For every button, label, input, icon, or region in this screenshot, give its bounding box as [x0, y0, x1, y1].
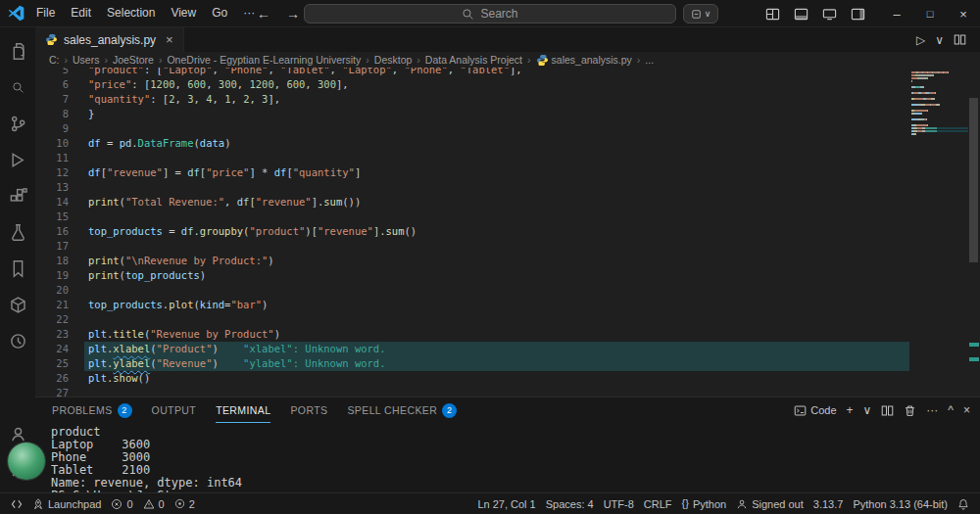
panel-tab-ports[interactable]: PORTS: [290, 397, 327, 423]
breadcrumb-item-desktop[interactable]: Desktop: [374, 54, 413, 66]
code-line-17[interactable]: 17: [35, 239, 909, 254]
menu-go[interactable]: Go: [204, 0, 235, 26]
window-controls: –□×: [880, 0, 980, 27]
breadcrumb-item-c[interactable]: C:: [49, 54, 60, 66]
menu-view[interactable]: View: [163, 0, 204, 26]
line-number: 15: [35, 210, 69, 224]
code-line-20[interactable]: 20: [35, 283, 909, 298]
layout-sidebar-right-button[interactable]: [844, 0, 872, 27]
panel-tab-spell-checker[interactable]: SPELL CHECKER2: [347, 397, 457, 423]
activity-run-debug-button[interactable]: [0, 142, 35, 178]
code-line-21[interactable]: 21top_products.plot(kind="bar"): [35, 298, 909, 312]
close-button[interactable]: ×: [947, 0, 980, 27]
line-number: 18: [35, 254, 69, 268]
status-3-13-7[interactable]: 3.13.7: [808, 493, 849, 514]
run-button[interactable]: ▷: [916, 33, 925, 47]
ellipsis-button[interactable]: ···: [926, 403, 938, 417]
code-line-24[interactable]: 24plt.xlabel("Product") "xlabel": Unknow…: [35, 342, 909, 356]
code-line-27[interactable]: 27: [35, 386, 909, 397]
layout-grid-button[interactable]: [759, 0, 787, 27]
code-line-12[interactable]: 12df["revenue"] = df["price"] * df["quan…: [35, 165, 909, 180]
activity-search-button[interactable]: [0, 70, 35, 106]
code-line-6[interactable]: 6"price": [1200, 600, 300, 1200, 600, 30…: [35, 77, 909, 92]
status-python-3-13-64-bit[interactable]: Python 3.13 (64-bit): [848, 493, 953, 514]
minimize-button[interactable]: –: [880, 0, 913, 27]
line-number: 23: [35, 327, 69, 342]
code-editor[interactable]: 5"product": ["Laptop", "Phone", "Tablet"…: [35, 68, 980, 397]
status-0[interactable]: 0: [138, 493, 170, 514]
plus-button[interactable]: +: [847, 403, 854, 417]
activity-explorer-button[interactable]: [0, 33, 35, 70]
panel-tab-problems[interactable]: PROBLEMS2: [52, 397, 132, 423]
status-ln-27-col-1[interactable]: Ln 27, Col 1: [472, 493, 540, 514]
forward-icon[interactable]: →: [286, 6, 300, 22]
breadcrumb-item-sales-analysis-py[interactable]: sales_analysis.py: [536, 54, 632, 67]
activity-source-control-button[interactable]: [0, 106, 35, 142]
activity-bookmarks-button[interactable]: [0, 251, 35, 287]
testing-icon: [9, 223, 27, 242]
code-line-7[interactable]: 7"quantity": [2, 3, 4, 1, 2, 3],: [35, 92, 909, 107]
code-line-9[interactable]: 9: [35, 121, 909, 136]
status-python[interactable]: {}Python: [677, 493, 732, 514]
search-input[interactable]: Search: [304, 4, 676, 23]
scrollbar-thumb[interactable]: [969, 98, 978, 262]
activity-extensions-button[interactable]: [0, 178, 35, 214]
editor-scrollbar[interactable]: [968, 68, 980, 397]
trash-button[interactable]: [904, 404, 916, 417]
tab-close-icon[interactable]: ×: [166, 33, 173, 46]
chevron-up-button[interactable]: ^: [948, 403, 954, 417]
code-line-5[interactable]: 5"product": ["Laptop", "Phone", "Tablet"…: [35, 68, 909, 77]
chevron-down-button[interactable]: ∨: [935, 33, 944, 47]
code-line-8[interactable]: 8}: [35, 107, 909, 121]
maximize-button[interactable]: □: [913, 0, 947, 27]
code-line-19[interactable]: 19print(top_products): [35, 268, 909, 283]
panel-tab-output[interactable]: OUTPUT: [152, 397, 197, 423]
close-button[interactable]: ×: [963, 403, 970, 417]
status-2[interactable]: 2: [170, 493, 200, 514]
monitor-button[interactable]: [815, 0, 844, 27]
activity-history-button[interactable]: [0, 323, 35, 359]
status-spaces-4[interactable]: Spaces: 4: [541, 493, 599, 514]
split-editor-button[interactable]: [881, 404, 894, 417]
code-line-11[interactable]: 11: [35, 151, 909, 165]
terminal-output[interactable]: productLaptop 3600Phone 3000Tablet 2100N…: [51, 426, 976, 492]
tab-sales-analysis[interactable]: sales_analysis.py ×: [35, 27, 184, 52]
code-line-23[interactable]: 23plt.title("Revenue by Product"): [35, 327, 909, 342]
breadcrumb-item-joestore[interactable]: JoeStore: [113, 54, 154, 66]
breadcrumb-item-onedrive-egyptian-e-learning-university[interactable]: OneDrive - Egyptian E-Learning Universit…: [167, 54, 361, 66]
code-line-16[interactable]: 16top_products = df.groupby("product")["…: [35, 224, 909, 239]
activity-testing-button[interactable]: [0, 214, 35, 251]
menu-edit[interactable]: Edit: [63, 0, 99, 26]
status-crlf[interactable]: CRLF: [639, 493, 677, 514]
menu-file[interactable]: File: [28, 0, 63, 26]
code-line-26[interactable]: 26plt.show(): [35, 371, 909, 386]
code-line-14[interactable]: 14print("Total Revenue:", df["revenue"].…: [35, 195, 909, 210]
code-line-22[interactable]: 22: [35, 312, 909, 327]
status-0[interactable]: 0: [106, 493, 137, 514]
command-center-extra-button[interactable]: ∨: [683, 4, 718, 23]
status-launchpad[interactable]: Launchpad: [27, 493, 106, 514]
status-utf-8[interactable]: UTF-8: [599, 493, 639, 514]
code-line-15[interactable]: 15: [35, 210, 909, 224]
status-bell[interactable]: [953, 493, 974, 514]
breadcrumb-item-data-analysis-project[interactable]: Data Analysis Project: [425, 54, 522, 66]
status-signed-out[interactable]: Signed out: [731, 493, 808, 514]
status-remote[interactable]: [6, 493, 27, 514]
minimap[interactable]: [911, 71, 968, 139]
code-line-25[interactable]: 25plt.ylabel("Revenue") "ylabel": Unknow…: [35, 356, 909, 371]
panel-tab-terminal[interactable]: TERMINAL: [216, 397, 270, 423]
chevron-down-button[interactable]: ∨: [863, 403, 872, 417]
code-line-18[interactable]: 18print("\nRevenue by Product:"): [35, 254, 909, 268]
activity-remote-containers-button[interactable]: [0, 287, 35, 323]
terminal-profile-button[interactable]: Code: [794, 404, 836, 417]
breadcrumb-item-users[interactable]: Users: [73, 54, 99, 66]
menu-selection[interactable]: Selection: [99, 0, 163, 26]
split-editor-button[interactable]: [954, 33, 966, 46]
warning-icon: [143, 498, 155, 510]
breadcrumb-item-item[interactable]: ...: [645, 54, 654, 66]
line-content: plt.show(): [84, 371, 909, 386]
layout-panel-button[interactable]: [787, 0, 815, 27]
back-icon[interactable]: ←: [257, 6, 270, 22]
code-line-10[interactable]: 10df = pd.DataFrame(data): [35, 136, 909, 151]
code-line-13[interactable]: 13: [35, 180, 909, 195]
